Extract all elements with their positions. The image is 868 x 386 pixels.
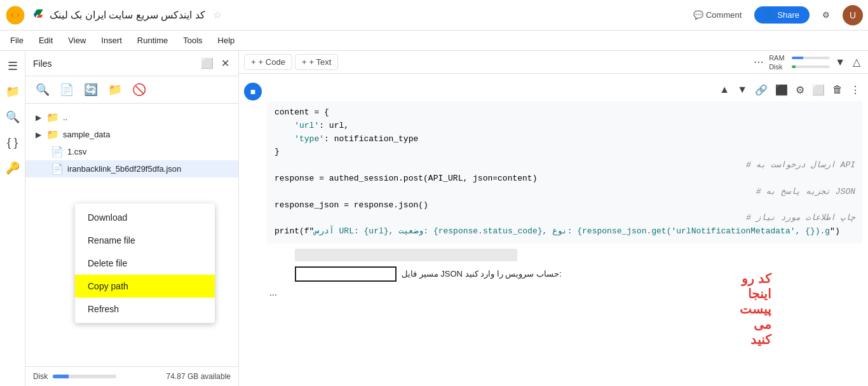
code-line-10: print(f"آدرس URL: {url}, وضعیت: {respons… xyxy=(275,225,855,238)
disk-progress-bar xyxy=(53,375,116,378)
cell-option-dots[interactable]: ⋯ xyxy=(267,289,280,301)
sidebar-icon-group: ⬜ ✕ xyxy=(200,56,231,71)
upload-folder-button[interactable]: 📁 xyxy=(105,80,125,99)
nav-key-icon[interactable]: 🔑 xyxy=(3,158,23,178)
menu-help[interactable]: Help xyxy=(215,33,238,48)
code-line-4: } xyxy=(275,146,855,159)
menu-runtime[interactable]: Runtime xyxy=(135,33,170,48)
svg-point-1 xyxy=(13,13,18,18)
new-file-button[interactable]: 📄 xyxy=(57,80,76,99)
csv-file-icon: 📄 xyxy=(51,146,64,158)
plus-code-icon: + xyxy=(251,57,256,67)
close-icon[interactable]: ✕ xyxy=(220,56,231,71)
file-item-json[interactable]: 📄 iranbacklink_5b6df29f5dfa.json xyxy=(25,160,238,177)
code-line-8: response_json = response.json() xyxy=(275,199,855,212)
cell-settings-icon[interactable]: ⚙ xyxy=(793,81,807,99)
disk-label-editor: Disk xyxy=(769,63,789,71)
editor-toolbar-right: ⋯ RAM Disk ▼ △ xyxy=(751,53,863,71)
top-bar-right: 💬 Comment 👤 Share ⚙ U xyxy=(688,5,863,25)
context-menu: Download Rename file Delete file Copy pa… xyxy=(75,203,215,323)
add-code-button[interactable]: + + Code xyxy=(244,54,292,70)
context-menu-delete[interactable]: Delete file xyxy=(75,252,215,275)
menu-tools[interactable]: Tools xyxy=(180,33,205,48)
output-label: :حساب سرویس را وارد کنید JSON مسیر فایل xyxy=(402,269,562,279)
code-line-1: content = { xyxy=(275,106,855,120)
colab-logo[interactable] xyxy=(5,5,25,25)
refresh-button[interactable]: 🔄 xyxy=(81,80,100,99)
editor-toolbar: + + Code + + Text ⋯ RAM Disk xyxy=(239,51,868,74)
hidden-files-button[interactable]: 🚫 xyxy=(130,80,149,99)
cell-options: ⋯ xyxy=(267,289,863,301)
disk-bar-fill xyxy=(792,65,796,68)
menu-view[interactable]: View xyxy=(65,33,88,48)
output-input-field[interactable] xyxy=(295,266,397,282)
code-line-9: چاپ اطلاعات مورد نیاز # xyxy=(275,212,855,225)
nav-menu-icon[interactable]: ☰ xyxy=(3,56,23,76)
menu-file[interactable]: File xyxy=(8,33,26,48)
people-icon: 👤 xyxy=(764,10,775,20)
context-menu-download[interactable]: Download xyxy=(75,206,215,229)
context-menu-rename[interactable]: Rename file xyxy=(75,229,215,252)
stop-icon: ■ xyxy=(250,86,255,97)
doc-title: کد ایندکس سریع سایت ایران بک لینک xyxy=(50,9,205,21)
disk-bar xyxy=(792,65,830,68)
expand-icon[interactable]: ⬜ xyxy=(200,56,215,71)
json-file-icon: 📄 xyxy=(51,163,64,175)
menu-edit[interactable]: Edit xyxy=(36,33,55,48)
disk-progress-fill xyxy=(53,375,69,378)
ram-bar xyxy=(792,57,830,59)
cell-toolbar: ▲ ▼ 🔗 ⬛ ⚙ ⬜ 🗑 ⋮ xyxy=(267,81,863,99)
sidebar-toolbar: 🔍 📄 🔄 📁 🚫 xyxy=(25,76,238,104)
settings-icon: ⚙ xyxy=(822,10,830,20)
star-icon[interactable]: ☆ xyxy=(213,9,222,21)
file-name-json: iranbacklink_5b6df29f5dfa.json xyxy=(67,164,181,174)
collapse-icon[interactable]: △ xyxy=(850,53,863,71)
top-bar: کد ایندکس سریع سایت ایران بک لینک ☆ 💬 Co… xyxy=(0,0,868,31)
move-down-icon[interactable]: ▼ xyxy=(735,81,750,99)
editor-area: + + Code + + Text ⋯ RAM Disk xyxy=(239,51,868,386)
more-options-icon[interactable]: ⋯ xyxy=(751,53,766,71)
cell-expand-icon[interactable]: ⬜ xyxy=(810,81,827,99)
top-bar-left: کد ایندکس سریع سایت ایران بک لینک ☆ xyxy=(5,5,688,25)
move-up-icon[interactable]: ▲ xyxy=(717,81,732,99)
expand-arrow-dotdot: ▶ xyxy=(36,113,41,122)
cell-body: ▲ ▼ 🔗 ⬛ ⚙ ⬜ 🗑 ⋮ content = { 'url': url, xyxy=(267,81,863,301)
file-item-dotdot[interactable]: ▶ 📁 .. xyxy=(25,109,238,126)
cell-run-button[interactable]: ■ xyxy=(244,83,262,100)
nav-folder-icon[interactable]: 📁 xyxy=(3,81,23,102)
share-label: Share xyxy=(777,10,799,20)
file-item-sample-data[interactable]: ▶ 📁 sample_data xyxy=(25,126,238,143)
code-content[interactable]: content = { 'url': url, 'type': notifica… xyxy=(267,101,863,244)
delete-cell-icon[interactable]: 🗑 xyxy=(830,81,845,99)
folder-icon-dotdot: 📁 xyxy=(46,111,59,123)
file-name-csv: 1.csv xyxy=(67,147,86,156)
share-button[interactable]: 👤 Share xyxy=(754,6,810,24)
avatar[interactable]: U xyxy=(843,5,863,25)
nav-code-icon[interactable]: { } xyxy=(3,132,23,153)
code-cell: ■ ▲ ▼ 🔗 ⬛ ⚙ ⬜ 🗑 ⋮ xyxy=(239,79,868,303)
code-line-3: 'type': notification_type xyxy=(275,133,855,146)
connect-dropdown-icon[interactable]: ▼ xyxy=(832,54,848,71)
file-item-csv[interactable]: 📄 1.csv xyxy=(25,143,238,160)
copy-cell-icon[interactable]: ⬛ xyxy=(773,81,790,99)
code-line-6: response = authed_session.post(API_URL, … xyxy=(275,172,855,186)
file-name-sample: sample_data xyxy=(63,130,110,139)
plus-text-icon: + xyxy=(302,57,307,67)
comment-button[interactable]: 💬 Comment xyxy=(688,8,747,22)
disk-label-sidebar: Disk xyxy=(33,372,48,381)
menu-insert[interactable]: Insert xyxy=(98,33,125,48)
context-menu-refresh[interactable]: Refresh xyxy=(75,298,215,321)
link-icon[interactable]: 🔗 xyxy=(752,81,770,99)
search-button[interactable]: 🔍 xyxy=(33,80,52,99)
add-code-label: + Code xyxy=(259,57,285,67)
context-menu-copy-path[interactable]: Copy path xyxy=(75,275,215,298)
output-bar xyxy=(295,249,517,261)
nav-search-icon[interactable]: 🔍 xyxy=(3,107,23,127)
settings-button[interactable]: ⚙ xyxy=(817,8,835,22)
disk-available: 74.87 GB available xyxy=(166,372,231,381)
add-text-button[interactable]: + + Text xyxy=(295,54,338,70)
left-nav: ☰ 📁 🔍 { } 🔑 xyxy=(0,51,25,386)
cell-more-icon[interactable]: ⋮ xyxy=(848,81,863,99)
code-area: ■ ▲ ▼ 🔗 ⬛ ⚙ ⬜ 🗑 ⋮ xyxy=(239,74,868,386)
file-name-dotdot: .. xyxy=(63,113,67,122)
